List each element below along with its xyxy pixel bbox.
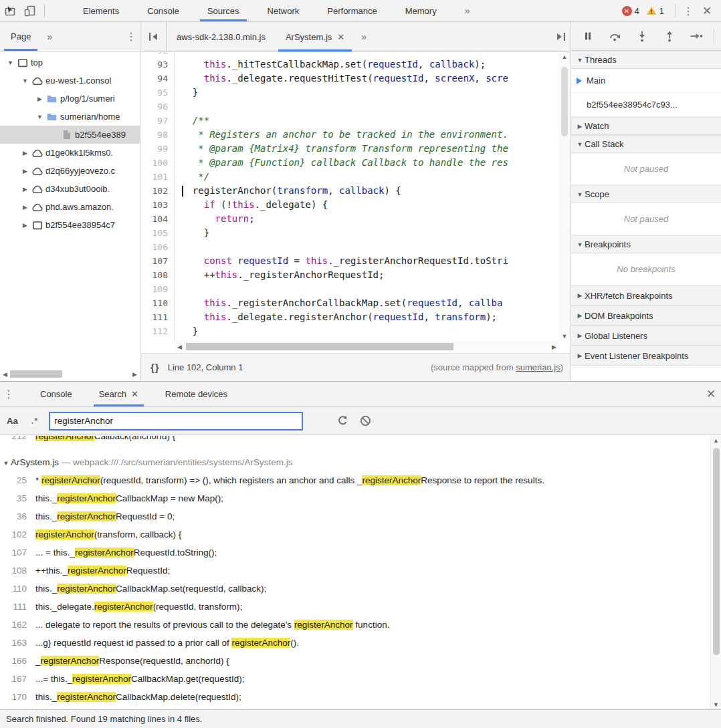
line-number[interactable]: 111: [141, 310, 175, 324]
step-icon[interactable]: [686, 26, 706, 46]
line-number[interactable]: 113: [141, 338, 175, 341]
search-result-row[interactable]: 111this._delegate.registerAnchor(request…: [0, 598, 710, 616]
search-result-row[interactable]: 107... = this._registerAnchorRequestId.t…: [0, 543, 710, 562]
tree-item-phd-aws-amazon-[interactable]: ▶phd.aws.amazon.: [0, 198, 140, 216]
search-result-row[interactable]: 25* registerAnchor(requestId, transform)…: [0, 471, 710, 489]
thread-item[interactable]: Main: [571, 69, 721, 93]
editor-tab-aws-sdk-2.138.0.min.js[interactable]: aws-sdk-2.138.0.min.js: [167, 22, 276, 51]
tree-item-d2q66yyjeovezo-c[interactable]: ▶d2q66yyjeovezo.c: [0, 162, 140, 180]
result-file-header[interactable]: ▼ArSystem.js — webpack:///./src/sumerian…: [0, 453, 710, 471]
code-editor[interactable]: 9293 this._hitTestCallbackMap.set(reques…: [141, 52, 570, 341]
more-panels-chevron[interactable]: »: [451, 5, 484, 16]
line-number[interactable]: 95: [141, 86, 175, 100]
line-number[interactable]: 102: [141, 184, 175, 198]
editor-tab-arsystem.js[interactable]: ArSystem.js✕: [276, 22, 354, 51]
scrollbar-thumb[interactable]: [10, 370, 62, 378]
device-toolbar-icon[interactable]: [20, 1, 40, 20]
tree-item-b2f554ee389[interactable]: b2f554ee389: [0, 126, 140, 144]
section-breakpoints[interactable]: ▼Breakpoints: [571, 235, 721, 253]
refresh-search-icon[interactable]: [331, 411, 354, 431]
line-number[interactable]: 108: [141, 268, 175, 282]
scroll-right-icon[interactable]: ▶: [549, 344, 559, 350]
scroll-up-icon[interactable]: ▲: [560, 52, 570, 62]
tab-console[interactable]: Console: [133, 0, 193, 21]
line-number[interactable]: 112: [141, 324, 175, 338]
navigator-hscrollbar[interactable]: ◀ ▶: [0, 369, 140, 379]
tab-memory[interactable]: Memory: [391, 0, 451, 21]
tab-page[interactable]: Page: [0, 22, 41, 51]
step-into-icon[interactable]: [632, 26, 652, 46]
scroll-down-icon[interactable]: ▼: [560, 332, 570, 341]
line-number[interactable]: 103: [141, 198, 175, 212]
line-number[interactable]: 99: [141, 142, 175, 156]
expand-icon[interactable]: ▶: [20, 222, 30, 229]
scroll-right-icon[interactable]: ▶: [130, 371, 140, 378]
warning-badge[interactable]: 1: [646, 6, 664, 16]
tree-item-d34xub3ut0ooib-[interactable]: ▶d34xub3ut0ooib.: [0, 180, 140, 198]
line-number[interactable]: 100: [141, 156, 175, 170]
expand-icon[interactable]: ▶: [20, 168, 30, 174]
tab-sources[interactable]: Sources: [193, 0, 253, 21]
search-result-row[interactable]: 36this._registerAnchorRequestId = 0;: [0, 507, 710, 525]
line-number[interactable]: 94: [141, 72, 175, 86]
search-result-row[interactable]: 167...= this._registerAnchorCallbackMap.…: [0, 670, 710, 688]
hide-navigator-icon[interactable]: [141, 22, 167, 51]
collapse-icon[interactable]: ▼: [20, 78, 30, 84]
editor-hscrollbar[interactable]: ◀ ▶: [175, 341, 559, 352]
tree-item-eu-west-1-consol[interactable]: ▼eu-west-1.consol: [0, 72, 140, 90]
drawer-tab-search[interactable]: Search✕: [86, 382, 152, 406]
close-tab-icon[interactable]: ✕: [337, 32, 344, 42]
tree-item-b2f554ee38954c7[interactable]: ▶b2f554ee38954c7: [0, 216, 140, 234]
pause-script-icon[interactable]: [578, 26, 598, 46]
section-call-stack[interactable]: ▼Call Stack: [571, 135, 721, 153]
regex-toggle[interactable]: .*: [25, 416, 45, 426]
tree-item-p-log-1-sumeri[interactable]: ▶p/log/1/sumeri: [0, 90, 140, 108]
drawer-tab-console[interactable]: Console: [27, 382, 86, 406]
devtools-close-icon[interactable]: ✕: [697, 4, 717, 18]
pretty-print-icon[interactable]: { }: [141, 362, 168, 373]
match-case-toggle[interactable]: Aa: [0, 416, 25, 426]
section-threads[interactable]: ▼Threads: [571, 51, 721, 69]
scroll-left-icon[interactable]: ◀: [0, 371, 10, 378]
expand-icon[interactable]: ▶: [20, 150, 30, 156]
section-event-listener-breakpoints[interactable]: ▶Event Listener Breakpoints: [571, 346, 721, 366]
tab-network[interactable]: Network: [253, 0, 314, 21]
line-number[interactable]: 104: [141, 212, 175, 226]
step-over-icon[interactable]: [605, 26, 625, 46]
close-tab-icon[interactable]: ✕: [131, 389, 138, 399]
scroll-left-icon[interactable]: ◀: [175, 344, 185, 350]
line-number[interactable]: 98: [141, 128, 175, 142]
line-number[interactable]: 107: [141, 254, 175, 268]
line-number[interactable]: 110: [141, 296, 175, 310]
source-map-link[interactable]: sumerian.js: [516, 362, 560, 372]
tree-item-sumerian-home[interactable]: ▼sumerian/home: [0, 108, 140, 126]
clear-search-icon[interactable]: [354, 411, 377, 431]
expand-icon[interactable]: ▶: [20, 186, 30, 193]
section-dom-breakpoints[interactable]: ▶DOM Breakpoints: [571, 306, 721, 326]
section-watch[interactable]: ▶Watch: [571, 117, 721, 135]
line-number[interactable]: 109: [141, 282, 175, 296]
line-number[interactable]: 92: [141, 52, 175, 57]
thread-item[interactable]: b2f554ee38954c7c93...: [571, 93, 721, 117]
more-editor-tabs-chevron[interactable]: »: [354, 22, 373, 51]
drawer-close-icon[interactable]: ✕: [701, 387, 721, 401]
search-result-row[interactable]: 166_registerAnchorResponse(requestId, an…: [0, 652, 710, 670]
collapse-icon[interactable]: ▼: [35, 114, 45, 120]
search-result-row[interactable]: 35this._registerAnchorCallbackMap = new …: [0, 489, 710, 507]
error-badge[interactable]: ✕ 4: [622, 6, 639, 16]
scroll-up-icon[interactable]: ▲: [711, 437, 721, 444]
section-scope[interactable]: ▼Scope: [571, 185, 721, 203]
line-number[interactable]: 106: [141, 240, 175, 254]
search-result-row[interactable]: 110this._registerAnchorCallbackMap.set(r…: [0, 580, 710, 598]
search-result-row[interactable]: 162... delegate to report the results of…: [0, 616, 710, 634]
section-global-listeners[interactable]: ▶Global Listeners: [571, 326, 721, 346]
search-result-row[interactable]: 170this._registerAnchorCallbackMap.delet…: [0, 688, 710, 706]
collapse-icon[interactable]: ▼: [5, 59, 15, 66]
scrollbar-thumb[interactable]: [561, 67, 568, 136]
scroll-down-icon[interactable]: ▼: [711, 701, 721, 708]
scrollbar-thumb[interactable]: [713, 448, 720, 655]
line-number[interactable]: 96: [141, 100, 175, 114]
editor-vscrollbar[interactable]: ▲ ▼: [559, 52, 570, 341]
line-number[interactable]: 97: [141, 114, 175, 128]
inspect-element-icon[interactable]: [0, 1, 20, 20]
